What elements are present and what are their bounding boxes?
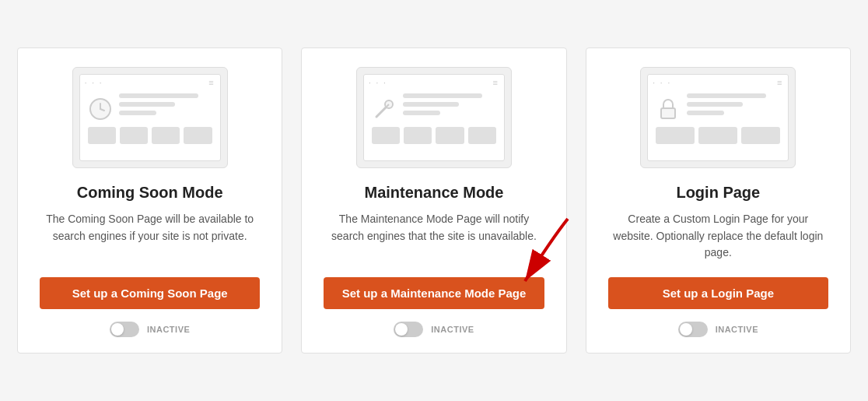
maintenance-title: Maintenance Mode xyxy=(365,184,504,202)
wireframe-line xyxy=(119,93,198,98)
coming-soon-toggle-label: INACTIVE xyxy=(147,325,190,334)
maintenance-toggle[interactable] xyxy=(394,322,423,337)
svg-rect-7 xyxy=(661,108,675,118)
wireframe-line xyxy=(403,102,459,107)
wireframe-line xyxy=(687,111,724,115)
wireframe-block xyxy=(656,127,695,144)
maintenance-wireframe xyxy=(356,67,512,168)
login-toggle-row: INACTIVE xyxy=(678,322,758,337)
maintenance-button-wrapper: Set up a Maintenance Mode Page xyxy=(324,277,544,322)
clock-icon xyxy=(88,97,113,121)
wireframe-block xyxy=(436,127,464,144)
wireframe-block xyxy=(741,127,780,144)
login-card: Login Page Create a Custom Login Page fo… xyxy=(586,47,851,354)
coming-soon-wireframe xyxy=(72,67,228,168)
login-button[interactable]: Set up a Login Page xyxy=(608,277,828,309)
wireframe-line xyxy=(119,111,156,115)
login-toggle-label: INACTIVE xyxy=(716,325,758,334)
login-wireframe xyxy=(640,67,796,168)
coming-soon-button[interactable]: Set up a Coming Soon Page xyxy=(40,277,260,309)
coming-soon-description: The Coming Soon Page will be available t… xyxy=(40,211,260,262)
login-title: Login Page xyxy=(676,184,760,202)
wireframe-block xyxy=(372,127,400,144)
maintenance-button[interactable]: Set up a Maintenance Mode Page xyxy=(324,277,544,309)
wireframe-line xyxy=(403,111,440,115)
coming-soon-title: Coming Soon Mode xyxy=(77,184,223,202)
coming-soon-toggle[interactable] xyxy=(110,322,139,337)
wireframe-block xyxy=(404,127,432,144)
wireframe-block xyxy=(152,127,180,144)
wireframe-line xyxy=(687,93,766,98)
wrench-icon xyxy=(372,97,397,121)
login-toggle[interactable] xyxy=(678,322,708,337)
cards-container: Coming Soon Mode The Coming Soon Page wi… xyxy=(0,32,868,369)
coming-soon-card: Coming Soon Mode The Coming Soon Page wi… xyxy=(17,47,282,354)
maintenance-toggle-label: INACTIVE xyxy=(431,325,474,334)
wireframe-block xyxy=(184,127,212,144)
login-description: Create a Custom Login Page for your webs… xyxy=(608,211,828,262)
wireframe-block xyxy=(120,127,148,144)
coming-soon-toggle-row: INACTIVE xyxy=(110,322,190,337)
maintenance-toggle-row: INACTIVE xyxy=(394,322,474,337)
maintenance-description: The Maintenance Mode Page will notify se… xyxy=(324,211,544,262)
wireframe-block xyxy=(88,127,116,144)
wireframe-line xyxy=(119,102,175,107)
wireframe-block xyxy=(698,127,737,144)
lock-icon xyxy=(656,97,681,121)
wireframe-line xyxy=(403,93,482,98)
svg-line-3 xyxy=(376,107,386,117)
maintenance-card: Maintenance Mode The Maintenance Mode Pa… xyxy=(301,47,566,354)
wireframe-block xyxy=(468,127,496,144)
wireframe-line xyxy=(687,102,743,107)
